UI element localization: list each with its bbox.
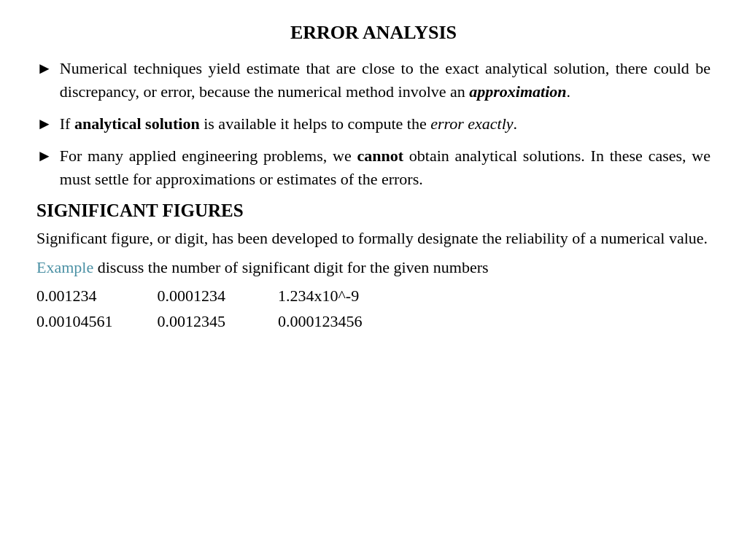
bullet-arrow-2: ► <box>36 113 53 136</box>
bullet-content-1: Numerical techniques yield estimate that… <box>60 57 711 104</box>
cannot-bold: cannot <box>357 147 403 165</box>
example-label: Example <box>36 258 93 276</box>
num-1-1: 0.001234 <box>36 284 153 308</box>
num-2-3: 0.000123456 <box>278 309 395 333</box>
example-line: Example discuss the number of significan… <box>36 256 711 279</box>
num-2-1: 0.00104561 <box>36 309 153 333</box>
bullet-item-2: ► If analytical solution is available it… <box>36 112 711 136</box>
approximation-text: approximation <box>469 82 566 101</box>
num-2-2: 0.0012345 <box>158 309 274 333</box>
bullet-arrow-3: ► <box>36 145 53 168</box>
bullet-list: ► Numerical techniques yield estimate th… <box>36 57 711 190</box>
bullet-item-1: ► Numerical techniques yield estimate th… <box>36 57 711 104</box>
page-title: ERROR ANALYSIS <box>36 22 711 44</box>
error-exactly-italic: error exactly <box>430 114 513 133</box>
section-body: Significant figure, or digit, has been d… <box>36 227 711 250</box>
example-text: discuss the number of significant digit … <box>93 258 488 276</box>
bullet-arrow-1: ► <box>36 58 53 80</box>
section-heading: SIGNIFICANT FIGURES <box>36 201 711 221</box>
bullet-item-3: ► For many applied engineering problems,… <box>36 144 711 191</box>
bullet-content-3: For many applied engineering problems, w… <box>60 144 711 191</box>
num-1-3: 1.234x10^-9 <box>278 284 395 308</box>
numbers-row-1: 0.001234 0.0001234 1.234x10^-9 <box>36 284 711 308</box>
analytical-solution-bold: analytical solution <box>74 114 200 133</box>
numbers-row-2: 0.00104561 0.0012345 0.000123456 <box>36 309 711 333</box>
bullet-content-2: If analytical solution is available it h… <box>60 112 711 136</box>
num-1-2: 0.0001234 <box>158 284 274 308</box>
